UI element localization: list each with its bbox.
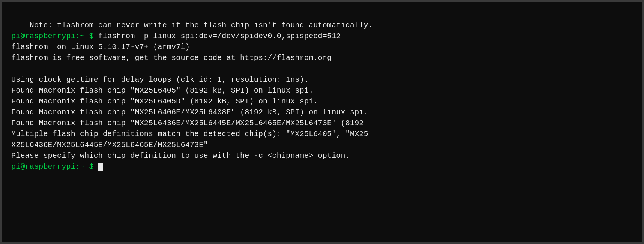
- terminal-output: Note: flashrom can never write if the fl…: [11, 9, 633, 183]
- output-line-1: flashrom on Linux 5.10.17-v7+ (armv7l): [11, 43, 190, 51]
- output-line-2: flashrom is free software, get the sourc…: [11, 54, 332, 62]
- output-line-6: Found Macronix flash chip "MX25L6406E/MX…: [11, 108, 368, 117]
- note-line: Note: flashrom can never write if the fl…: [30, 21, 373, 30]
- terminal-window: Note: flashrom can never write if the fl…: [0, 0, 644, 244]
- output-line-8: Multiple flash chip definitions match th…: [11, 130, 368, 138]
- prompt-1: pi@raspberrypi:~ $: [11, 32, 98, 40]
- output-line-3: Using clock_gettime for delay loops (clk…: [11, 75, 309, 84]
- output-line-5: Found Macronix flash chip "MX25L6405D" (…: [11, 97, 318, 106]
- command-1: flashrom -p linux_spi:dev=/dev/spidev0.0…: [98, 32, 341, 40]
- output-line-7: Found Macronix flash chip "MX25L6436E/MX…: [11, 119, 364, 127]
- output-line-4: Found Macronix flash chip "MX25L6405" (8…: [11, 86, 313, 95]
- cursor: [98, 163, 103, 171]
- output-line-9: X25L6436E/MX25L6445E/MX25L6465E/MX25L647…: [11, 141, 208, 149]
- prompt-2: pi@raspberrypi:~ $: [11, 162, 98, 171]
- output-line-10: Please specify which chip definition to …: [11, 151, 350, 160]
